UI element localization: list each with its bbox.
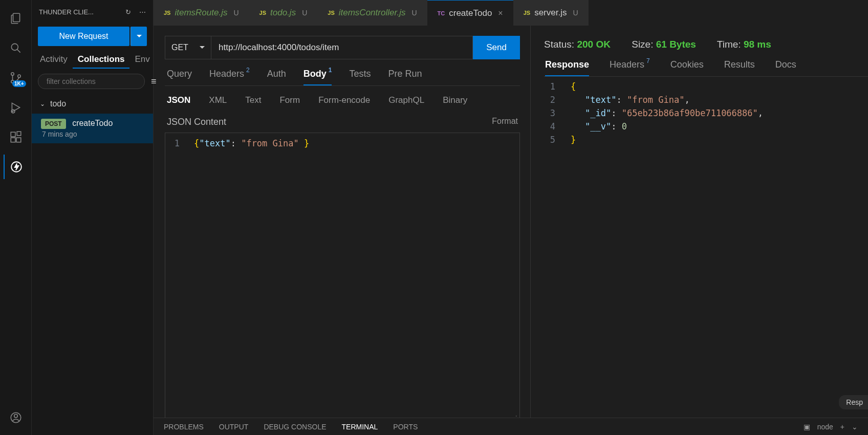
sidebar-tab-activity[interactable]: Activity — [35, 51, 73, 69]
thunder-sidebar: THUNDER CLIE... ↻ ⋯ New Request Activity… — [32, 0, 154, 435]
resp-tab-cookies[interactable]: Cookies — [670, 59, 704, 76]
panel-tab-output[interactable]: OUTPUT — [219, 423, 249, 431]
panel-tab-ports[interactable]: PORTS — [393, 423, 418, 431]
chevron-down-icon: ⌄ — [40, 100, 45, 107]
more-icon[interactable]: ⋯ — [139, 8, 146, 16]
method-select[interactable]: GET — [165, 36, 211, 59]
new-terminal-icon[interactable]: + — [840, 423, 844, 431]
sidebar-header: THUNDER CLIE... ↻ ⋯ — [32, 0, 153, 24]
send-button[interactable]: Send — [473, 36, 520, 59]
request-item-createtodo[interactable]: POST createTodo 7 mins ago — [32, 114, 153, 143]
sidebar-tab-env[interactable]: Env — [129, 51, 155, 69]
svg-point-12 — [14, 415, 17, 418]
req-tab-query[interactable]: Query — [167, 69, 192, 85]
tc-icon: TC — [438, 10, 445, 16]
source-control-badge: 1K+ — [12, 80, 26, 87]
resp-tab-headers[interactable]: Headers 7 — [610, 59, 650, 76]
svg-rect-8 — [16, 138, 21, 142]
js-icon: JS — [259, 10, 266, 16]
resp-tab-docs[interactable]: Docs — [775, 59, 796, 76]
tab-itemsroute[interactable]: JS itemsRoute.js U — [154, 0, 249, 26]
bottom-panel: PROBLEMS OUTPUT DEBUG CONSOLE TERMINAL P… — [154, 418, 868, 435]
search-icon[interactable] — [4, 36, 28, 60]
main-area: JS itemsRoute.js U JS todo.js U JS items… — [154, 0, 868, 435]
svg-rect-9 — [17, 132, 21, 136]
source-control-icon[interactable]: 1K+ — [4, 66, 28, 90]
refresh-icon[interactable]: ↻ — [125, 8, 131, 16]
json-content-label: JSON Content — [167, 117, 226, 127]
new-request-button[interactable]: New Request — [38, 27, 129, 46]
req-tab-prerun[interactable]: Pre Run — [388, 69, 422, 85]
req-tab-auth[interactable]: Auth — [267, 69, 286, 85]
svg-point-1 — [11, 44, 18, 50]
sidebar-tabs: Activity Collections Env — [32, 51, 153, 69]
request-name: createTodo — [72, 119, 113, 127]
bodytype-graphql[interactable]: GraphQL — [388, 95, 424, 105]
body-type-tabs: JSON XML Text Form Form-encode GraphQL B… — [165, 86, 520, 111]
response-status-info: Status: 200 OK Size: 61 Bytes Time: 98 m… — [544, 34, 868, 59]
svg-point-2 — [11, 73, 13, 75]
resp-tab-response[interactable]: Response — [545, 59, 589, 76]
js-icon: JS — [328, 10, 334, 16]
resp-tab-results[interactable]: Results — [724, 59, 755, 76]
sidebar-title: THUNDER CLIE... — [39, 8, 94, 16]
accounts-icon[interactable] — [4, 405, 28, 430]
extensions-icon[interactable] — [4, 125, 28, 149]
bodytype-formencode[interactable]: Form-encode — [318, 95, 370, 105]
bodytype-xml[interactable]: XML — [209, 95, 227, 105]
terminal-icon[interactable]: ▣ — [804, 423, 810, 431]
editor-tab-bar: JS itemsRoute.js U JS todo.js U JS items… — [154, 0, 868, 26]
js-icon: JS — [524, 10, 530, 16]
collection-item-todo[interactable]: ⌄ todo — [32, 94, 153, 114]
activity-bar: 1K+ — [0, 0, 32, 435]
tab-createtodo[interactable]: TC createTodo × — [427, 0, 513, 26]
explorer-icon[interactable] — [4, 6, 28, 31]
bodytype-form[interactable]: Form — [279, 95, 300, 105]
response-pane: Status: 200 OK Size: 61 Bytes Time: 98 m… — [531, 26, 868, 435]
thunder-client-icon[interactable] — [4, 155, 28, 179]
response-tabs: Response Headers 7 Cookies Results Docs — [544, 59, 868, 77]
svg-rect-7 — [11, 138, 15, 142]
response-pill[interactable]: Resp — [839, 395, 868, 409]
request-tabs: Query Headers 2 Auth Body 1 Tests Pre Ru… — [165, 69, 520, 86]
bodytype-json[interactable]: JSON — [167, 95, 190, 105]
request-method-badge: POST — [41, 119, 66, 129]
req-tab-tests[interactable]: Tests — [349, 69, 371, 85]
collection-name: todo — [50, 99, 66, 108]
svg-rect-6 — [11, 132, 15, 137]
format-button[interactable]: Format — [492, 117, 518, 127]
json-editor[interactable]: 1 {"text": "from Gina" } ⋰ — [165, 133, 520, 425]
response-body-viewer[interactable]: 12345 { "text": "from Gina", "_id": "65e… — [544, 77, 868, 149]
run-debug-icon[interactable] — [4, 95, 28, 120]
tab-itemscontroller[interactable]: JS itemsController.js U — [317, 0, 427, 26]
request-pane: GET Send Query Headers 2 Auth Body 1 Tes… — [154, 26, 531, 435]
url-input[interactable] — [211, 36, 473, 59]
terminal-split-icon[interactable]: ⌄ — [852, 423, 858, 431]
new-request-dropdown[interactable] — [131, 27, 147, 46]
close-icon[interactable]: × — [498, 9, 503, 18]
sidebar-tab-collections[interactable]: Collections — [73, 51, 130, 69]
panel-tab-terminal[interactable]: TERMINAL — [342, 423, 378, 431]
tab-todo[interactable]: JS todo.js U — [249, 0, 318, 26]
tab-server[interactable]: JS server.js U — [513, 0, 589, 26]
request-time: 7 mins ago — [41, 130, 144, 138]
terminal-process[interactable]: node — [817, 423, 833, 431]
req-tab-body[interactable]: Body 1 — [303, 69, 332, 85]
svg-rect-0 — [13, 13, 19, 21]
filter-collections-input[interactable] — [38, 74, 145, 89]
bodytype-binary[interactable]: Binary — [443, 95, 467, 105]
bodytype-text[interactable]: Text — [245, 95, 261, 105]
panel-tab-problems[interactable]: PROBLEMS — [164, 423, 204, 431]
req-tab-headers[interactable]: Headers 2 — [209, 69, 250, 85]
js-icon: JS — [164, 10, 170, 16]
panel-tab-debug[interactable]: DEBUG CONSOLE — [264, 423, 326, 431]
svg-point-4 — [17, 75, 20, 77]
